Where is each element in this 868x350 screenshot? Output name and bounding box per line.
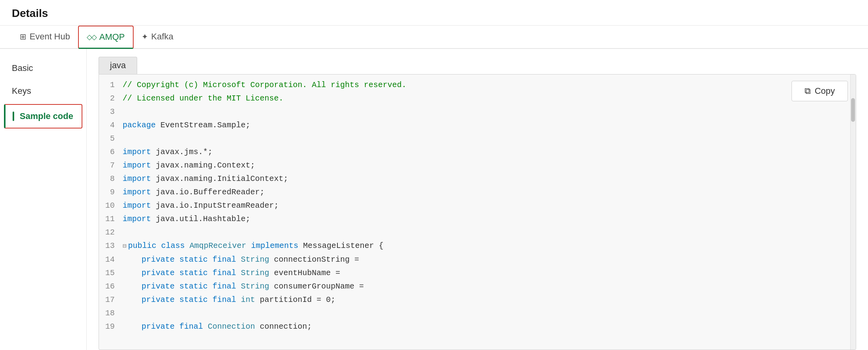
code-line-4: 4 package EventStream.Sample; bbox=[99, 119, 856, 132]
copy-icon: ⧉ bbox=[805, 86, 811, 96]
code-line-13: 13 ⊟public class AmqpReceiver implements… bbox=[99, 239, 856, 253]
page-title: Details bbox=[12, 7, 48, 25]
line-content-12 bbox=[123, 226, 856, 239]
line-content-7: import javax.naming.Context; bbox=[123, 159, 856, 172]
language-tab-row: java bbox=[87, 57, 868, 74]
line-num-18: 18 bbox=[99, 307, 123, 320]
line-content-10: import java.io.InputStreamReader; bbox=[123, 199, 856, 212]
sidebar-item-sample-code[interactable]: Sample code bbox=[4, 104, 82, 128]
line-content-16: private static final String consumerGrou… bbox=[123, 280, 856, 293]
line-content-15: private static final String eventHubName… bbox=[123, 266, 856, 280]
code-line-12: 12 bbox=[99, 226, 856, 239]
line-num-13: 13 bbox=[99, 239, 123, 253]
code-area[interactable]: 1 // Copyright (c) Microsoft Corporation… bbox=[99, 74, 856, 350]
tab-kafka[interactable]: ✦ Kafka bbox=[134, 26, 181, 48]
code-line-5: 5 bbox=[99, 132, 856, 145]
line-num-10: 10 bbox=[99, 199, 123, 212]
lang-tab-java[interactable]: java bbox=[99, 57, 137, 74]
sidebar-item-keys[interactable]: Keys bbox=[0, 80, 86, 102]
line-num-15: 15 bbox=[99, 266, 123, 280]
line-content-3 bbox=[123, 105, 856, 119]
line-content-17: private static final int partitionId = 0… bbox=[123, 293, 856, 307]
code-line-10: 10 import java.io.InputStreamReader; bbox=[99, 199, 856, 212]
line-num-4: 4 bbox=[99, 119, 123, 132]
line-content-8: import javax.naming.InitialContext; bbox=[123, 172, 856, 186]
line-content-11: import java.util.Hashtable; bbox=[123, 212, 856, 226]
eventhub-icon: ⊞ bbox=[20, 32, 26, 41]
line-content-13: ⊟public class AmqpReceiver implements Me… bbox=[123, 239, 856, 253]
code-line-2: 2 // Licensed under the MIT License. bbox=[99, 92, 856, 105]
line-num-7: 7 bbox=[99, 159, 123, 172]
line-content-18 bbox=[123, 307, 856, 320]
line-num-5: 5 bbox=[99, 132, 123, 145]
code-line-17: 17 private static final int partitionId … bbox=[99, 293, 856, 307]
line-num-16: 16 bbox=[99, 280, 123, 293]
line-num-17: 17 bbox=[99, 293, 123, 307]
code-line-1: 1 // Copyright (c) Microsoft Corporation… bbox=[99, 78, 856, 92]
code-line-14: 14 private static final String connectio… bbox=[99, 253, 856, 266]
code-line-18: 18 bbox=[99, 307, 856, 320]
line-content-5 bbox=[123, 132, 856, 145]
line-content-4: package EventStream.Sample; bbox=[123, 119, 856, 132]
line-num-8: 8 bbox=[99, 172, 123, 186]
line-num-1: 1 bbox=[99, 78, 123, 92]
sidebar: Basic Keys Sample code bbox=[0, 49, 87, 350]
line-num-19: 19 bbox=[99, 320, 123, 333]
line-num-9: 9 bbox=[99, 186, 123, 199]
tab-amqp[interactable]: ◇◇ AMQP bbox=[78, 26, 134, 49]
copy-button[interactable]: ⧉ Copy bbox=[792, 81, 848, 101]
line-content-6: import javax.jms.*; bbox=[123, 145, 856, 159]
code-line-11: 11 import java.util.Hashtable; bbox=[99, 212, 856, 226]
code-line-15: 15 private static final String eventHubN… bbox=[99, 266, 856, 280]
code-line-16: 16 private static final String consumerG… bbox=[99, 280, 856, 293]
tab-eventhub[interactable]: ⊞ Event Hub bbox=[12, 26, 78, 48]
line-content-2: // Licensed under the MIT License. bbox=[123, 92, 856, 105]
line-num-14: 14 bbox=[99, 253, 123, 266]
line-num-12: 12 bbox=[99, 226, 123, 239]
line-num-6: 6 bbox=[99, 145, 123, 159]
line-num-2: 2 bbox=[99, 92, 123, 105]
code-line-7: 7 import javax.naming.Context; bbox=[99, 159, 856, 172]
scroll-thumb bbox=[851, 98, 855, 122]
line-content-14: private static final String connectionSt… bbox=[123, 253, 856, 266]
code-line-8: 8 import javax.naming.InitialContext; bbox=[99, 172, 856, 186]
kafka-icon: ✦ bbox=[142, 32, 148, 41]
line-num-11: 11 bbox=[99, 212, 123, 226]
code-line-19: 19 private final Connection connection; bbox=[99, 320, 856, 333]
amqp-icon: ◇◇ bbox=[87, 33, 96, 41]
code-editor-container: 1 // Copyright (c) Microsoft Corporation… bbox=[99, 74, 856, 350]
code-line-6: 6 import javax.jms.*; bbox=[99, 145, 856, 159]
sidebar-active-indicator bbox=[13, 112, 14, 121]
main-content: java 1 // Copyright (c) Microsoft Corpor… bbox=[87, 49, 868, 350]
tabs-row: ⊞ Event Hub ◇◇ AMQP ✦ Kafka bbox=[0, 26, 868, 49]
line-content-9: import java.io.BufferedReader; bbox=[123, 186, 856, 199]
line-content-1: // Copyright (c) Microsoft Corporation. … bbox=[123, 78, 856, 92]
code-actions: ⧉ Copy bbox=[792, 81, 848, 101]
line-content-19: private final Connection connection; bbox=[123, 320, 856, 333]
sidebar-item-basic[interactable]: Basic bbox=[0, 57, 86, 80]
scroll-indicator[interactable] bbox=[850, 74, 856, 350]
code-line-3: 3 bbox=[99, 105, 856, 119]
line-num-3: 3 bbox=[99, 105, 123, 119]
code-line-9: 9 import java.io.BufferedReader; bbox=[99, 186, 856, 199]
